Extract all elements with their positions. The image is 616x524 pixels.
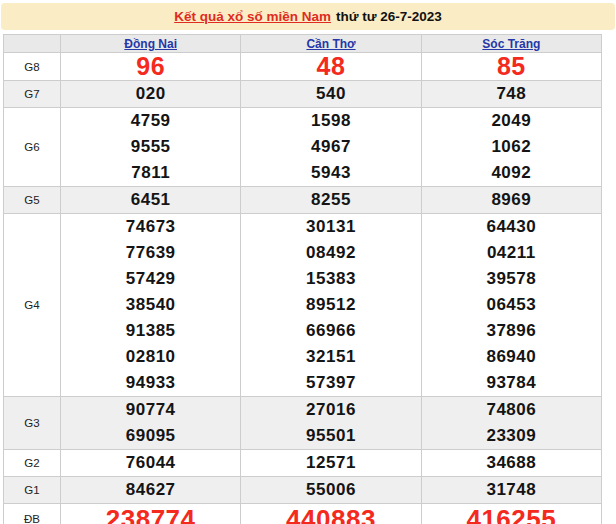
prize-number: 04211 — [422, 240, 601, 266]
prize-numbers-cell: 8255 — [241, 187, 421, 214]
prize-number: 8255 — [241, 187, 420, 213]
prize-number: 30131 — [241, 214, 420, 240]
prize-label: G4 — [4, 214, 61, 397]
province-header-row: Đồng Nai Cần Thơ Sóc Trăng — [4, 35, 602, 53]
prize-number: 90774 — [61, 397, 240, 423]
prize-number: 85 — [422, 53, 601, 80]
prize-numbers-cell: 55006 — [241, 477, 421, 504]
prize-numbers-cell: 238774 — [61, 504, 241, 524]
lottery-results-table: Đồng Nai Cần Thơ Sóc Trăng G8964885G7020… — [3, 34, 602, 524]
prize-number: 748 — [422, 81, 601, 107]
prize-number: 96 — [61, 53, 240, 80]
prize-number: 89512 — [241, 292, 420, 318]
prize-numbers-cell: 416255 — [421, 504, 601, 524]
prize-number: 37896 — [422, 318, 601, 344]
prize-numbers-cell: 30131084921538389512669663215157397 — [241, 214, 421, 397]
prize-row-g3: G3907746909527016955017480623309 — [4, 397, 602, 450]
prize-row-g1: G1846275500631748 — [4, 477, 602, 504]
prize-numbers-cell: 34688 — [421, 450, 601, 477]
prize-label: G3 — [4, 397, 61, 450]
prize-number: 64430 — [422, 214, 601, 240]
prize-number: 57397 — [241, 370, 420, 396]
prize-numbers-cell: 31748 — [421, 477, 601, 504]
prize-number: 5943 — [241, 160, 420, 186]
prize-numbers-cell: 2701695501 — [241, 397, 421, 450]
column-header-can-tho: Cần Thơ — [241, 35, 421, 53]
prize-numbers-cell: 7480623309 — [421, 397, 601, 450]
prize-number: 48 — [241, 53, 420, 80]
prize-numbers-cell: 540 — [241, 81, 421, 108]
prize-number: 7811 — [61, 160, 240, 186]
prize-number: 38540 — [61, 292, 240, 318]
prize-numbers-cell: 12571 — [241, 450, 421, 477]
prize-number: 93784 — [422, 370, 601, 396]
prize-numbers-cell: 6451 — [61, 187, 241, 214]
prize-row-g4: G474673776395742938540913850281094933301… — [4, 214, 602, 397]
prize-number: 1598 — [241, 108, 420, 134]
province-link-can-tho[interactable]: Cần Thơ — [306, 37, 355, 51]
prize-number: 9555 — [61, 134, 240, 160]
prize-label: G2 — [4, 450, 61, 477]
prize-number: 08492 — [241, 240, 420, 266]
prize-row-g8: G8964885 — [4, 53, 602, 81]
prize-number: 95501 — [241, 423, 420, 449]
prize-number: 69095 — [61, 423, 240, 449]
prize-number: 76044 — [61, 450, 240, 476]
prize-number: 84627 — [61, 477, 240, 503]
prize-number: 66966 — [241, 318, 420, 344]
prize-number: 12571 — [241, 450, 420, 476]
prize-label: G1 — [4, 477, 61, 504]
prize-numbers-cell: 748 — [421, 81, 601, 108]
prize-number: 74806 — [422, 397, 601, 423]
prize-label: G6 — [4, 108, 61, 187]
prize-number: 32151 — [241, 344, 420, 370]
prize-row-g5: G5645182558969 — [4, 187, 602, 214]
prize-number: 8969 — [422, 187, 601, 213]
prize-number: 238774 — [61, 504, 240, 524]
results-title-banner: Kết quả xổ số miền Nam thứ tư 26-7-2023 — [1, 3, 615, 30]
prize-row-đb: ĐB238774440883416255 — [4, 504, 602, 524]
prize-number: 4092 — [422, 160, 601, 186]
prize-numbers-cell: 020 — [61, 81, 241, 108]
prize-number: 2049 — [422, 108, 601, 134]
column-header-soc-trang: Sóc Trăng — [421, 35, 601, 53]
prize-numbers-cell: 204910624092 — [421, 108, 601, 187]
prize-numbers-cell: 64430042113957806453378968694093784 — [421, 214, 601, 397]
prize-numbers-cell: 475995557811 — [61, 108, 241, 187]
prize-number: 91385 — [61, 318, 240, 344]
prize-number: 6451 — [61, 187, 240, 213]
prize-numbers-cell: 74673776395742938540913850281094933 — [61, 214, 241, 397]
prize-number: 15383 — [241, 266, 420, 292]
prize-number: 94933 — [61, 370, 240, 396]
prize-number: 1062 — [422, 134, 601, 160]
prize-numbers-cell: 96 — [61, 53, 241, 81]
prize-row-g7: G7020540748 — [4, 81, 602, 108]
prize-row-g6: G6475995557811159849675943204910624092 — [4, 108, 602, 187]
prize-number: 06453 — [422, 292, 601, 318]
prize-numbers-cell: 159849675943 — [241, 108, 421, 187]
prize-number: 540 — [241, 81, 420, 107]
prize-row-g2: G2760441257134688 — [4, 450, 602, 477]
prize-number: 31748 — [422, 477, 601, 503]
prize-numbers-cell: 85 — [421, 53, 601, 81]
prize-number: 39578 — [422, 266, 601, 292]
prize-number: 57429 — [61, 266, 240, 292]
prize-number: 02810 — [61, 344, 240, 370]
prize-number: 55006 — [241, 477, 420, 503]
prize-number: 23309 — [422, 423, 601, 449]
prize-label: ĐB — [4, 504, 61, 524]
prize-label: G8 — [4, 53, 61, 81]
prize-numbers-cell: 8969 — [421, 187, 601, 214]
prize-number: 020 — [61, 81, 240, 107]
prize-number: 416255 — [422, 504, 601, 524]
prize-column-header — [4, 35, 61, 53]
province-link-dong-nai[interactable]: Đồng Nai — [124, 37, 177, 51]
prize-number: 77639 — [61, 240, 240, 266]
prize-numbers-cell: 76044 — [61, 450, 241, 477]
prize-numbers-cell: 48 — [241, 53, 421, 81]
column-header-dong-nai: Đồng Nai — [61, 35, 241, 53]
prize-number: 74673 — [61, 214, 240, 240]
prize-number: 34688 — [422, 450, 601, 476]
results-title-link[interactable]: Kết quả xổ số miền Nam — [174, 9, 331, 24]
province-link-soc-trang[interactable]: Sóc Trăng — [482, 37, 540, 51]
